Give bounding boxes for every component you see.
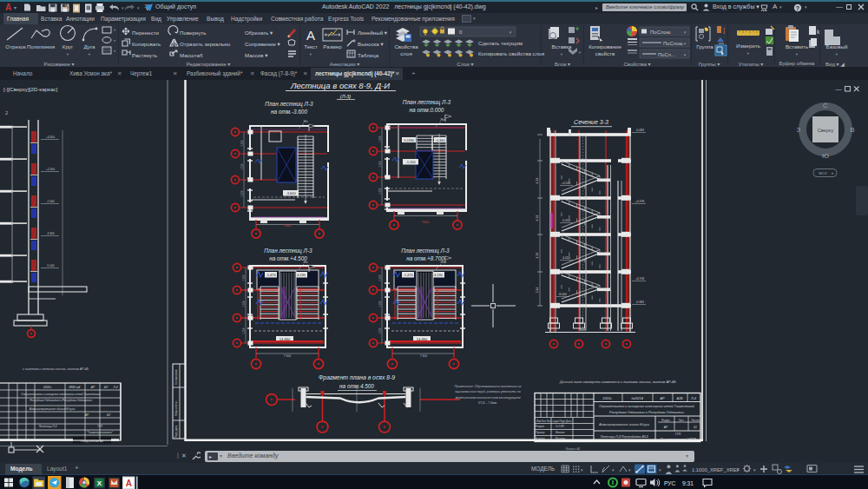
svg-text:В: В: [850, 126, 854, 134]
svg-text:на отм.-3.600: на отм.-3.600: [271, 109, 307, 115]
svg-text:Л-3: Л-3: [690, 397, 697, 400]
svg-text:Республики Узбекистан и Респуб: Республики Узбекистан и Республики Узбек…: [609, 411, 684, 414]
svg-text:Подп.дата: Подп.дата: [174, 426, 178, 439]
svg-text:-1.200: -1.200: [405, 160, 416, 164]
svg-text:Разраб: Разраб: [536, 425, 544, 428]
svg-text:-4.050: -4.050: [562, 256, 570, 260]
svg-text:1.350: 1.350: [240, 163, 244, 170]
svg-text:[-][Сверху][2D-каркас]: [-][Сверху][2D-каркас]: [3, 86, 57, 92]
svg-text:фактическим выполненным констр: фактическим выполненным конструкциям: [455, 396, 521, 400]
svg-text:План лестниц Л-3: План лестниц Л-3: [264, 248, 312, 254]
svg-text:Листов: Листов: [691, 419, 700, 422]
svg-text:Гл.ГИП: Гл.ГИП: [556, 425, 564, 428]
svg-text:План лестниц Л-3: План лестниц Л-3: [401, 248, 450, 254]
svg-text:07-Б - 7.0мм.: 07-Б - 7.0мм.: [478, 401, 497, 405]
svg-text:1:1000_XREF_XREF: 1:1000_XREF_XREF: [692, 467, 740, 472]
svg-text:3.44: 3.44: [536, 287, 539, 294]
svg-text:Согласовано: Согласовано: [174, 369, 178, 385]
svg-text:-0.050: -0.050: [562, 219, 570, 222]
svg-text:+2.200: +2.200: [46, 168, 55, 171]
svg-text:+4.193: +4.193: [635, 200, 645, 203]
svg-text:ГУП: ГУП: [675, 433, 681, 436]
svg-text:Лестница Л-3 Переработка 40-3: Лестница Л-3 Переработка 40-3: [600, 435, 648, 439]
svg-text:Строительство и оснащение инже: Строительство и оснащение инженерных сет…: [599, 405, 694, 408]
svg-text:Лестница Л-2: Лестница Л-2: [37, 425, 56, 428]
svg-text:4/2: 4/2: [107, 413, 111, 417]
svg-text:Лестница в осях 8-9, Д-И: Лестница в осях 8-9, Д-И: [290, 81, 390, 90]
svg-text:▾: ▾: [832, 171, 833, 175]
svg-text:7 600: 7 600: [420, 354, 428, 358]
svg-text:АР: АР: [90, 386, 95, 389]
svg-text:Жл: Жл: [439, 118, 444, 122]
svg-text:3.2330: 3.2330: [404, 138, 415, 142]
svg-text:2022г.: 2022г.: [43, 386, 52, 389]
svg-text:+4.500: +4.500: [562, 182, 571, 185]
svg-text:ГУП: ГУП: [97, 425, 103, 428]
svg-text:Республики Узбекистан и Респуб: Республики Узбекистан и Республики Узбек…: [30, 399, 92, 402]
svg-text:З: З: [797, 126, 801, 134]
svg-text:Данный лист смотреть совместно: Данный лист смотреть совместно с листами…: [559, 380, 676, 384]
svg-text:1.350: 1.350: [242, 274, 246, 281]
svg-text:на отм.0.000: на отм.0.000: [410, 107, 444, 113]
svg-text:-5.100: -5.100: [46, 264, 54, 268]
svg-text:▾: ▾: [659, 467, 661, 472]
svg-text:Взам.инв.№: Взам.инв.№: [174, 400, 178, 416]
svg-text:Н.контр: Н.контр: [536, 437, 545, 440]
svg-text:А2В: А2В: [675, 397, 683, 400]
svg-text:-1.500: -1.500: [46, 200, 54, 203]
svg-text:1.350: 1.350: [378, 301, 382, 307]
svg-text:1.350: 1.350: [240, 190, 244, 197]
svg-text:Изм Кол Лист №док Подп Да: Изм Кол Лист №док Подп Дата: [536, 420, 572, 423]
svg-text:4.230: 4.230: [434, 273, 444, 277]
svg-text:(Л-3): (Л-3): [340, 94, 351, 99]
svg-text:Примечание: Образовавшиеся вып: Примечание: Образовавшиеся выпятины из: [454, 385, 521, 388]
svg-text:+4.500: +4.500: [46, 135, 55, 139]
svg-text:1.350: 1.350: [378, 161, 382, 168]
svg-text:1.350: 1.350: [242, 327, 246, 334]
svg-text:7 600: 7 600: [284, 354, 292, 358]
svg-text:Административное здание Юнуса: Административное здание Юнуса: [598, 423, 649, 426]
svg-text:7600: 7600: [284, 224, 291, 228]
svg-text:План лестниц Л-3: План лестниц Л-3: [403, 99, 451, 106]
svg-text:▾: ▾: [628, 467, 631, 472]
svg-text:Фрагмент плана в осях 8-9: Фрагмент плана в осях 8-9: [319, 374, 395, 381]
svg-text:A: A: [126, 479, 132, 488]
svg-text:42: 42: [694, 426, 697, 429]
svg-text:ИНВ.№4: ИНВ.№4: [69, 386, 81, 389]
svg-text:-8.040: -8.040: [558, 293, 567, 296]
svg-text:с заветами с мотива планов, ли: с заветами с мотива планов, листам АР-4Б: [23, 367, 89, 371]
svg-text:"Ташметрополитен": "Ташметрополитен": [87, 431, 114, 434]
svg-text:на отм.+8.700: на отм.+8.700: [406, 255, 444, 261]
svg-text:Ю: Ю: [822, 152, 829, 160]
svg-text:оцинкованных труб, размеры уто: оцинкованных труб, размеры уточнить по: [455, 390, 521, 393]
svg-text:АР: АР: [84, 413, 89, 417]
svg-text:Жл: Жл: [302, 120, 307, 123]
svg-text:-0.360: -0.360: [435, 138, 445, 142]
svg-text:▾: ▾: [612, 467, 615, 472]
svg-text:▾: ▾: [753, 467, 756, 472]
svg-text:1.350: 1.350: [242, 301, 246, 307]
svg-text:1.350: 1.350: [378, 327, 382, 334]
svg-text:С: С: [823, 102, 828, 109]
svg-text:РУС: РУС: [664, 480, 675, 486]
svg-text:1.350: 1.350: [378, 274, 382, 281]
svg-text:на отм.+4.500: на отм.+4.500: [269, 255, 307, 261]
svg-text:-3.300: -3.300: [46, 232, 54, 235]
svg-text:-1.470: -1.470: [403, 273, 413, 277]
svg-text:Жл: Жл: [439, 261, 444, 264]
svg-text:Сверху: Сверху: [818, 128, 834, 133]
svg-text:+4.703: +4.703: [635, 277, 645, 281]
svg-text:4.230: 4.230: [297, 273, 306, 277]
svg-text:Л-3: Л-3: [112, 386, 117, 389]
svg-text:▾: ▾: [581, 467, 583, 472]
svg-text:АР: АР: [664, 426, 668, 429]
svg-text:Сечение 3-3: Сечение 3-3: [574, 119, 608, 125]
svg-text:4/2: 4/2: [104, 386, 108, 389]
svg-text:Провер: Провер: [536, 431, 545, 434]
svg-text:4.94: 4.94: [536, 178, 539, 184]
svg-text:Лист: Лист: [679, 419, 685, 422]
svg-text:Раздел: Раздел: [661, 419, 670, 422]
svg-text:-1.470: -1.470: [266, 273, 276, 277]
svg-text:-0.983: -0.983: [635, 301, 644, 304]
svg-text:X: X: [97, 479, 102, 487]
